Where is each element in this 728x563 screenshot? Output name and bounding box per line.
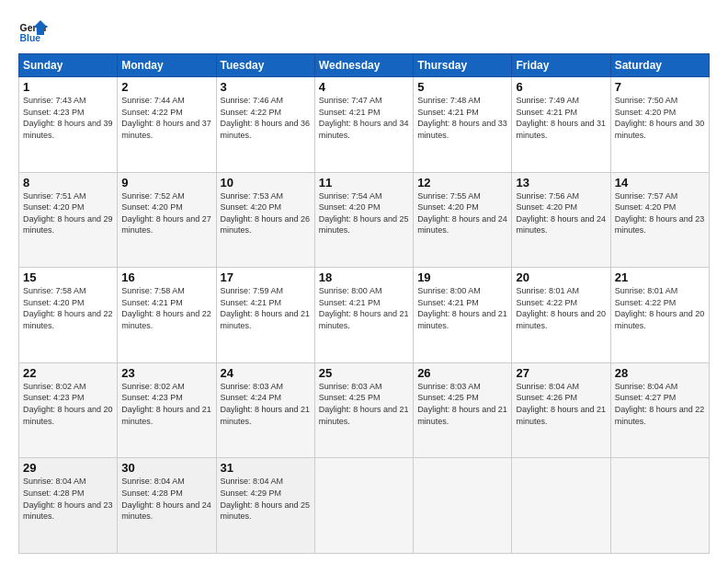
day-info: Sunrise: 7:52 AMSunset: 4:20 PMDaylight:… (121, 191, 211, 236)
day-number: 26 (417, 366, 507, 380)
day-info: Sunrise: 8:03 AMSunset: 4:25 PMDaylight:… (319, 382, 409, 426)
day-info: Sunrise: 7:56 AMSunset: 4:20 PMDaylight:… (516, 191, 606, 236)
day-number: 30 (121, 461, 211, 475)
day-number: 5 (417, 80, 507, 94)
day-info: Sunrise: 8:00 AMSunset: 4:21 PMDaylight:… (319, 286, 409, 330)
day-number: 6 (516, 80, 606, 94)
day-info: Sunrise: 8:01 AMSunset: 4:22 PMDaylight:… (516, 286, 606, 330)
calendar-cell: 7 Sunrise: 7:50 AMSunset: 4:20 PMDayligh… (610, 77, 709, 173)
calendar-header-wednesday: Wednesday (314, 54, 413, 77)
day-info: Sunrise: 8:02 AMSunset: 4:23 PMDaylight:… (121, 382, 211, 426)
calendar-header-saturday: Saturday (610, 54, 709, 77)
calendar-week-4: 22 Sunrise: 8:02 AMSunset: 4:23 PMDaylig… (19, 362, 710, 458)
day-number: 23 (121, 366, 211, 380)
day-info: Sunrise: 7:58 AMSunset: 4:20 PMDaylight:… (23, 286, 113, 330)
day-number: 11 (319, 176, 409, 190)
calendar-cell (414, 458, 512, 554)
day-info: Sunrise: 7:58 AMSunset: 4:21 PMDaylight:… (121, 286, 211, 330)
day-info: Sunrise: 7:50 AMSunset: 4:20 PMDaylight:… (615, 96, 705, 140)
day-info: Sunrise: 8:01 AMSunset: 4:22 PMDaylight:… (615, 286, 705, 330)
day-info: Sunrise: 8:03 AMSunset: 4:24 PMDaylight:… (221, 382, 311, 426)
calendar-cell: 13 Sunrise: 7:56 AMSunset: 4:20 PMDaylig… (512, 172, 610, 268)
calendar-cell: 6 Sunrise: 7:49 AMSunset: 4:21 PMDayligh… (512, 77, 610, 173)
day-info: Sunrise: 7:54 AMSunset: 4:20 PMDaylight:… (319, 191, 409, 236)
day-number: 29 (23, 461, 113, 475)
calendar-cell: 4 Sunrise: 7:47 AMSunset: 4:21 PMDayligh… (314, 77, 413, 173)
calendar-week-3: 15 Sunrise: 7:58 AMSunset: 4:20 PMDaylig… (19, 268, 710, 363)
header: General Blue (18, 17, 710, 46)
calendar-cell: 12 Sunrise: 7:55 AMSunset: 4:20 PMDaylig… (414, 172, 512, 268)
day-number: 9 (121, 176, 211, 190)
logo: General Blue (18, 17, 48, 46)
day-number: 3 (221, 80, 311, 94)
calendar-header-thursday: Thursday (414, 54, 512, 77)
day-number: 13 (516, 176, 606, 190)
day-info: Sunrise: 8:04 AMSunset: 4:29 PMDaylight:… (221, 477, 311, 521)
day-number: 20 (516, 270, 606, 284)
day-number: 25 (319, 366, 409, 380)
day-number: 19 (417, 270, 507, 284)
day-info: Sunrise: 7:59 AMSunset: 4:21 PMDaylight:… (221, 286, 311, 330)
day-number: 15 (23, 270, 113, 284)
day-number: 4 (319, 80, 409, 94)
calendar-cell: 23 Sunrise: 8:02 AMSunset: 4:23 PMDaylig… (118, 362, 216, 458)
logo-icon: General Blue (18, 17, 48, 46)
day-number: 10 (221, 176, 311, 190)
calendar-cell (610, 458, 709, 554)
calendar-cell: 30 Sunrise: 8:04 AMSunset: 4:28 PMDaylig… (118, 458, 216, 554)
day-number: 17 (221, 270, 311, 284)
day-number: 18 (319, 270, 409, 284)
calendar-cell: 3 Sunrise: 7:46 AMSunset: 4:22 PMDayligh… (216, 77, 314, 173)
calendar-cell: 25 Sunrise: 8:03 AMSunset: 4:25 PMDaylig… (314, 362, 413, 458)
day-info: Sunrise: 8:04 AMSunset: 4:27 PMDaylight:… (615, 382, 705, 426)
day-number: 21 (615, 270, 705, 284)
day-info: Sunrise: 8:03 AMSunset: 4:25 PMDaylight:… (417, 382, 507, 426)
calendar-cell (314, 458, 413, 554)
day-info: Sunrise: 7:44 AMSunset: 4:22 PMDaylight:… (121, 96, 211, 140)
calendar-cell: 10 Sunrise: 7:53 AMSunset: 4:20 PMDaylig… (216, 172, 314, 268)
day-info: Sunrise: 7:55 AMSunset: 4:20 PMDaylight:… (417, 191, 507, 236)
calendar-cell: 29 Sunrise: 8:04 AMSunset: 4:28 PMDaylig… (19, 458, 118, 554)
day-info: Sunrise: 7:53 AMSunset: 4:20 PMDaylight:… (221, 191, 311, 236)
calendar-cell: 18 Sunrise: 8:00 AMSunset: 4:21 PMDaylig… (314, 268, 413, 363)
day-info: Sunrise: 8:02 AMSunset: 4:23 PMDaylight:… (23, 382, 113, 426)
day-info: Sunrise: 7:47 AMSunset: 4:21 PMDaylight:… (319, 96, 409, 140)
calendar-cell: 16 Sunrise: 7:58 AMSunset: 4:21 PMDaylig… (118, 268, 216, 363)
calendar-header-tuesday: Tuesday (216, 54, 314, 77)
calendar-header-sunday: Sunday (19, 54, 118, 77)
calendar-cell: 26 Sunrise: 8:03 AMSunset: 4:25 PMDaylig… (414, 362, 512, 458)
calendar-week-1: 1 Sunrise: 7:43 AMSunset: 4:23 PMDayligh… (19, 77, 710, 173)
page: General Blue SundayMondayTuesdayWednesda… (0, 0, 728, 563)
day-info: Sunrise: 8:04 AMSunset: 4:26 PMDaylight:… (516, 382, 606, 426)
calendar-cell: 27 Sunrise: 8:04 AMSunset: 4:26 PMDaylig… (512, 362, 610, 458)
calendar-week-2: 8 Sunrise: 7:51 AMSunset: 4:20 PMDayligh… (19, 172, 710, 268)
calendar-cell: 11 Sunrise: 7:54 AMSunset: 4:20 PMDaylig… (314, 172, 413, 268)
calendar-header-friday: Friday (512, 54, 610, 77)
day-number: 28 (615, 366, 705, 380)
day-number: 12 (417, 176, 507, 190)
calendar-cell: 1 Sunrise: 7:43 AMSunset: 4:23 PMDayligh… (19, 77, 118, 173)
day-info: Sunrise: 7:46 AMSunset: 4:22 PMDaylight:… (221, 96, 311, 140)
calendar-cell: 28 Sunrise: 8:04 AMSunset: 4:27 PMDaylig… (610, 362, 709, 458)
calendar-cell: 8 Sunrise: 7:51 AMSunset: 4:20 PMDayligh… (19, 172, 118, 268)
calendar-cell: 19 Sunrise: 8:00 AMSunset: 4:21 PMDaylig… (414, 268, 512, 363)
day-info: Sunrise: 7:43 AMSunset: 4:23 PMDaylight:… (23, 96, 113, 140)
day-number: 8 (23, 176, 113, 190)
day-info: Sunrise: 7:51 AMSunset: 4:20 PMDaylight:… (23, 191, 113, 236)
calendar-header-row: SundayMondayTuesdayWednesdayThursdayFrid… (19, 54, 710, 77)
day-number: 31 (221, 461, 311, 475)
day-number: 22 (23, 366, 113, 380)
day-number: 7 (615, 80, 705, 94)
calendar-cell: 31 Sunrise: 8:04 AMSunset: 4:29 PMDaylig… (216, 458, 314, 554)
calendar-cell: 14 Sunrise: 7:57 AMSunset: 4:20 PMDaylig… (610, 172, 709, 268)
day-info: Sunrise: 7:49 AMSunset: 4:21 PMDaylight:… (516, 96, 606, 140)
day-number: 24 (221, 366, 311, 380)
day-info: Sunrise: 8:04 AMSunset: 4:28 PMDaylight:… (23, 477, 113, 521)
day-info: Sunrise: 7:57 AMSunset: 4:20 PMDaylight:… (615, 191, 705, 236)
calendar-cell: 24 Sunrise: 8:03 AMSunset: 4:24 PMDaylig… (216, 362, 314, 458)
calendar-header-monday: Monday (118, 54, 216, 77)
calendar-cell: 17 Sunrise: 7:59 AMSunset: 4:21 PMDaylig… (216, 268, 314, 363)
day-info: Sunrise: 7:48 AMSunset: 4:21 PMDaylight:… (417, 96, 507, 140)
calendar-cell: 2 Sunrise: 7:44 AMSunset: 4:22 PMDayligh… (118, 77, 216, 173)
day-number: 1 (23, 80, 113, 94)
